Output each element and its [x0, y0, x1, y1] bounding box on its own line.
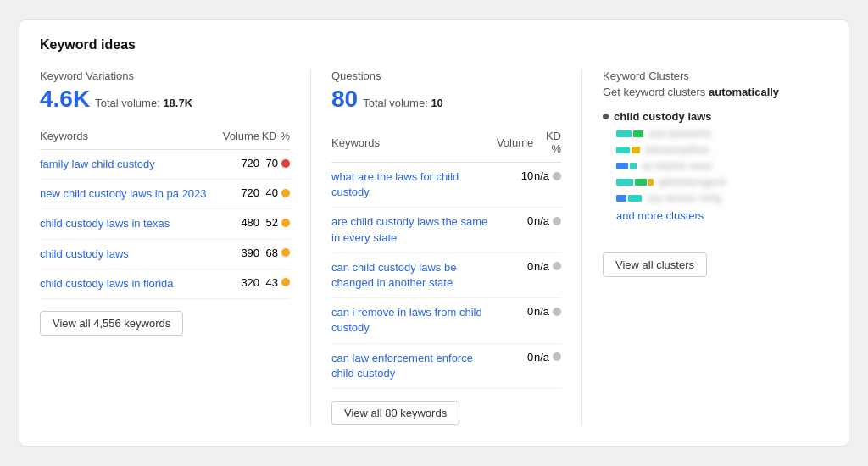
cluster-children: asd dasdshhsbsksemadfsxsas dasthe sassrg…	[603, 128, 828, 204]
keyword-link[interactable]: can law enforcement enforce child custod…	[331, 352, 473, 380]
view-all-clusters-button[interactable]: View all clusters	[603, 252, 707, 277]
keyword-link[interactable]: what are the laws for child custody	[331, 170, 459, 198]
bar-segment	[635, 179, 647, 186]
cluster-child-label: asd dasdshhs	[648, 128, 711, 140]
cluster-bullet	[603, 114, 609, 119]
section-variations: Keyword Variations 4.6K Total volume: 18…	[40, 69, 311, 425]
keyword-link[interactable]: family law child custody	[40, 158, 155, 170]
keyword-ideas-card: Keyword ideas Keyword Variations 4.6K To…	[19, 19, 849, 447]
kd-dot	[553, 217, 561, 225]
clusters-desc: Get keyword clusters automatically	[603, 86, 828, 98]
cluster-child-label: bsksemadfsxs	[645, 144, 709, 156]
kd-dot	[553, 352, 561, 361]
kd-cell-td: 52	[259, 209, 290, 239]
keyword-link[interactable]: child custody laws	[40, 247, 129, 260]
cluster-child-label: as dasthe sassr	[642, 160, 713, 172]
variations-total-volume: Total volume: 18.7K	[95, 97, 192, 109]
volume-cell: 0	[497, 343, 533, 388]
table-row: can child custody laws be changed in ano…	[331, 252, 561, 297]
questions-label: Questions	[331, 69, 561, 82]
and-more-clusters[interactable]: and more clusters	[616, 209, 828, 222]
kd-cell-td: n/a	[533, 252, 561, 297]
variations-count-row: 4.6K Total volume: 18.7K	[40, 86, 290, 113]
bar-segment	[633, 130, 643, 137]
kd-cell-td: n/a	[533, 208, 561, 252]
variations-col-keywords: Keywords	[40, 126, 220, 150]
bar-segment	[630, 163, 637, 169]
kd-dot	[281, 278, 290, 286]
kd-value: n/a	[534, 305, 549, 318]
keyword-link[interactable]: can i remove in laws from child custody	[331, 306, 482, 334]
bar-segment	[616, 130, 632, 137]
bar-group	[616, 163, 637, 169]
kd-value: 52	[266, 216, 278, 229]
cluster-parent-label: child custody laws	[603, 110, 828, 123]
variations-col-kd: KD %	[259, 126, 290, 150]
questions-total-volume: Total volume: 10	[363, 97, 443, 109]
table-row: family law child custody 720 70	[40, 150, 290, 180]
cluster-child-item: bsksemadfsxs	[616, 144, 828, 156]
view-all-variations-button[interactable]: View all 4,556 keywords	[40, 311, 183, 336]
kd-dot	[281, 248, 290, 257]
variations-count: 4.6K	[40, 86, 90, 113]
kd-value: n/a	[534, 351, 549, 363]
kd-value: 43	[266, 276, 278, 289]
section-questions: Questions 80 Total volume: 10 Keywords V…	[311, 69, 582, 425]
keyword-link[interactable]: child custody laws in texas	[40, 217, 170, 230]
bar-segment	[632, 147, 640, 153]
section-clusters: Keyword Clusters Get keyword clusters au…	[582, 69, 828, 425]
table-row: are child custody laws the same in every…	[331, 208, 561, 252]
sections-container: Keyword Variations 4.6K Total volume: 18…	[40, 69, 828, 425]
cluster-child-item: gitertstersgerst	[616, 176, 828, 188]
clusters-label: Keyword Clusters	[603, 69, 828, 82]
questions-col-volume: Volume	[497, 126, 533, 163]
volume-cell: 390	[220, 239, 259, 269]
table-row: child custody laws in florida 320 43	[40, 269, 290, 298]
bar-group	[616, 130, 643, 137]
bar-segment	[648, 179, 654, 186]
cluster-parent-item: child custody laws asd dasdshhsbsksemadf…	[603, 110, 828, 222]
questions-col-keywords: Keywords	[331, 126, 497, 163]
volume-cell: 0	[497, 298, 533, 343]
variations-label: Keyword Variations	[40, 69, 290, 82]
variations-col-volume: Volume	[220, 126, 259, 150]
kd-dot	[553, 172, 561, 180]
keyword-link[interactable]: child custody laws in florida	[40, 277, 174, 290]
keyword-link[interactable]: can child custody laws be changed in ano…	[331, 261, 456, 289]
volume-cell: 720	[220, 180, 259, 209]
questions-count-row: 80 Total volume: 10	[331, 86, 561, 113]
view-all-questions-button[interactable]: View all 80 keywords	[331, 401, 459, 425]
kd-value: n/a	[534, 260, 549, 273]
bar-segment	[616, 195, 626, 202]
kd-value: n/a	[534, 169, 549, 182]
kd-dot	[281, 189, 290, 197]
kd-dot	[281, 159, 290, 168]
table-row: child custody laws in texas 480 52	[40, 209, 290, 239]
keyword-link[interactable]: new child custody laws in pa 2023	[40, 187, 207, 200]
keyword-link[interactable]: are child custody laws the same in every…	[331, 215, 487, 243]
table-row: what are the laws for child custody 10 n…	[331, 163, 561, 208]
kd-cell-td: n/a	[533, 343, 561, 388]
table-row: can i remove in laws from child custody …	[331, 298, 561, 343]
questions-table: Keywords Volume KD % what are the laws f…	[331, 126, 561, 389]
volume-cell: 10	[497, 163, 533, 208]
kd-value: n/a	[534, 214, 549, 227]
cluster-child-item: asd dasdshhs	[616, 128, 828, 140]
bar-group	[616, 147, 640, 153]
kd-dot	[553, 308, 561, 316]
questions-count: 80	[331, 86, 358, 113]
cluster-child-label: ssy sertsur cdrtg	[647, 192, 721, 204]
cluster-child-item: as dasthe sassr	[616, 160, 828, 172]
questions-col-kd: KD %	[533, 126, 561, 163]
table-row: new child custody laws in pa 2023 720 40	[40, 180, 290, 209]
kd-value: 40	[266, 186, 278, 199]
kd-dot	[553, 262, 561, 270]
kd-value: 70	[266, 157, 278, 169]
bar-segment	[616, 147, 630, 153]
kd-cell-td: 40	[259, 180, 290, 209]
card-title: Keyword ideas	[40, 37, 828, 53]
volume-cell: 320	[220, 269, 259, 298]
bar-segment	[616, 163, 628, 169]
kd-cell-td: 68	[259, 239, 290, 269]
variations-table: Keywords Volume KD % family law child cu…	[40, 126, 290, 299]
